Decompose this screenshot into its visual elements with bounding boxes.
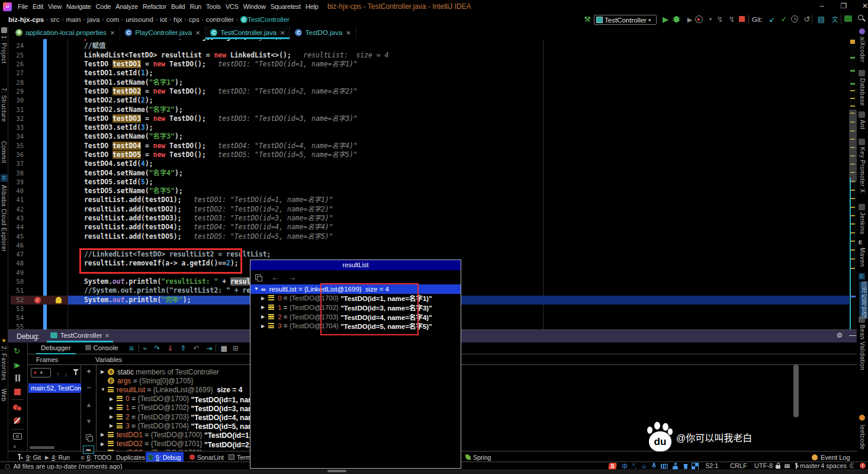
breadcrumb-item[interactable]: com [106,16,119,23]
toolwindow-toggle-icon[interactable]: ▢ [5,463,10,469]
hide-toolwindow-icon[interactable]: — [848,331,857,341]
tree-arrow-icon[interactable]: ▼ [254,286,259,292]
step-over-icon[interactable]: ↷ [154,344,160,353]
stripe-Jenkins[interactable]: Jenkins [859,212,866,234]
menu-navigate[interactable]: Navigate [64,3,94,10]
build-icon[interactable]: ⚒ [581,13,593,26]
breadcrumb-item[interactable]: cps [189,16,200,23]
menu-edit[interactable]: Edit [30,3,46,10]
menu-view[interactable]: View [46,3,64,10]
stripe-Ant[interactable]: Ant [859,120,866,130]
ime-grid-icon[interactable] [692,463,698,469]
notification-badge-icon[interactable]: ! [860,463,866,469]
add-watch-icon[interactable]: + [81,367,97,376]
thread-dump-camera-icon[interactable] [13,433,22,440]
pause-button[interactable] [14,374,21,382]
tree-arrow-icon[interactable]: ▶ [101,369,108,374]
breadcrumb-item[interactable]: src [50,16,59,23]
resume-button[interactable]: |▶ [14,361,22,369]
layout-icon[interactable]: ⊞ [233,344,239,353]
mute-breakpoints-button[interactable] [14,417,21,424]
search-icon[interactable] [858,15,865,22]
debug-session-tab[interactable]: TestController ✕ [47,330,113,342]
stripe-Commit[interactable]: Commit [1,141,7,163]
hector-icon[interactable] [785,463,790,469]
variable-row[interactable]: ▼resultList = {LinkedList@1699} size = 4 [97,385,242,394]
step-into-icon[interactable]: ⇓ [167,344,173,353]
breadcrumb-item[interactable]: biz-hjx-cps [8,16,44,23]
project-structure-icon[interactable]: ▤ [815,13,827,26]
tree-arrow-icon[interactable]: ▶ [261,314,265,319]
profiler-button[interactable] [695,15,703,23]
layout-settings-icon[interactable]: ≡ [129,344,134,353]
breadcrumb-class[interactable]: C TestController [240,16,290,23]
remove-watch-icon[interactable]: − [81,383,97,393]
view-breakpoints-button[interactable] [13,404,22,411]
duplicate-icon[interactable] [86,434,92,441]
tree-arrow-icon[interactable]: ▼ [101,387,108,392]
translate-icon[interactable]: 文 [829,13,841,26]
menu-analyze[interactable]: Analyze [113,3,140,10]
thread-selector-dropdown[interactable]: ▾▾ [31,368,51,377]
breadcrumb-item[interactable]: controller [206,16,234,23]
show-execution-point-icon[interactable]: ⌁ [143,344,147,353]
tree-arrow-icon[interactable]: ▶ [110,405,117,411]
rerun-button[interactable]: ↻ [14,347,22,356]
breadcrumb-item[interactable]: iot [160,16,167,23]
breakpoint-icon[interactable]: ✓ [34,297,41,303]
stripe-leetcode[interactable]: leetcode [859,425,866,450]
breadcrumb-item[interactable]: java [87,16,99,23]
variable-row[interactable]: pargs = {String[0]@1705} [97,376,194,385]
filter-funnel-icon[interactable] [73,369,79,376]
stripe-Web[interactable]: Web [1,389,7,402]
stripe-Database[interactable]: Database [859,78,866,106]
drop-frame-icon[interactable]: ↶ [193,344,199,353]
stripe-Maven[interactable]: Maven [859,248,866,267]
popup-back-icon[interactable]: ← [271,273,279,282]
attach-debugger-icon[interactable]: ↯ [714,13,726,26]
popup-copy-icon[interactable] [255,274,262,281]
frame-down-icon[interactable]: ↓ [65,370,68,377]
frame-up-icon[interactable]: ↑ [56,370,60,377]
intention-bulb-icon[interactable] [56,297,62,303]
minimize-button[interactable]: – [812,0,832,13]
menu-vcs[interactable]: VCS [223,3,241,10]
tree-arrow-icon[interactable]: ▶ [110,396,117,402]
toolbar-tab-6-TODO[interactable]: ≡6: TODO [78,452,114,462]
git-history-button[interactable] [791,15,798,23]
maximize-button[interactable]: ❐ [834,0,854,13]
stripe-2-Favorites[interactable]: 2: Favorites [1,346,7,380]
stop-button[interactable] [739,16,745,22]
menu-refactor[interactable]: Refactor [140,3,169,10]
git-commit-button[interactable]: ✓ [778,13,790,26]
tree-arrow-icon[interactable]: ▶ [110,423,117,428]
tab-close-icon[interactable]: ✕ [195,30,200,36]
variables-scrollbar[interactable] [793,365,799,417]
menu-squaretest[interactable]: Squaretest [268,3,303,10]
menu-run[interactable]: Run [187,3,204,10]
tab-PlayController.java[interactable]: CPlayController.java✕ [120,26,205,39]
scrollbar-thumb[interactable] [849,110,857,182]
session-tab-close-icon[interactable]: ✕ [105,332,110,339]
tree-arrow-icon[interactable]: ▶ [261,305,265,310]
stripe-Alibaba-Cloud-Explorer[interactable]: Alibaba Cloud Explorer [1,185,7,252]
memory-indicator[interactable] [849,463,855,469]
lock-icon[interactable] [776,463,781,469]
toolbar-tab-9-Git[interactable]: 9: Git [15,452,43,462]
frame-item[interactable]: main:52, TestController [28,383,81,393]
evaluate-expression-icon[interactable]: ▦ [220,344,227,353]
toolbar-tab-4-Run[interactable]: ▶4: Run [43,452,72,462]
tab-application-local.properties[interactable]: ⚙application-local.properties✕ [11,26,120,39]
tab-debugger[interactable]: Debugger [35,342,77,354]
stripe-Bean-Validation[interactable]: Bean Validation [859,325,866,370]
tab-close-icon[interactable]: ✕ [346,30,351,36]
move-up-icon[interactable]: ▴ [81,400,97,409]
coverage-button[interactable]: ▶ [684,13,696,26]
frames-hscrollbar[interactable] [30,446,54,449]
ime-person-icon[interactable] [673,463,678,469]
run-to-cursor-icon[interactable]: ⇥ [206,344,212,353]
tab-console[interactable]: Console [79,342,124,354]
close-button[interactable]: ✕ [855,0,868,13]
toolbar-tab-SonarLint[interactable]: SonarLint [187,452,226,462]
menu-help[interactable]: Help [303,3,321,10]
